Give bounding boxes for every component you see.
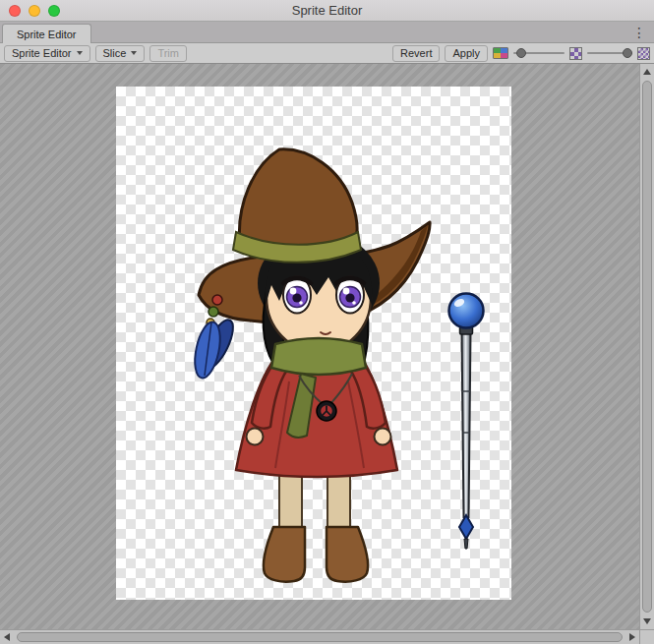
trim-button[interactable]: Trim (149, 45, 187, 62)
revert-button-label: Revert (400, 47, 432, 59)
scrollbar-corner (639, 629, 654, 644)
slice-dropdown-label: Slice (103, 47, 127, 59)
mip-high-icon (637, 47, 650, 60)
scroll-left-icon[interactable] (4, 633, 10, 641)
zoom-button[interactable] (48, 5, 60, 17)
vertical-scroll-thumb[interactable] (642, 81, 652, 613)
mip-slider-thumb[interactable] (623, 48, 632, 58)
chevron-down-icon (77, 51, 83, 55)
sprite-image (116, 87, 511, 600)
minimize-button[interactable] (29, 5, 40, 17)
apply-button-label: Apply (452, 47, 480, 59)
horizontal-scrollbar[interactable] (0, 629, 639, 644)
zoom-slider-thumb[interactable] (516, 48, 526, 58)
revert-button[interactable]: Revert (392, 45, 440, 62)
horizontal-scroll-thumb[interactable] (17, 632, 623, 642)
mip-low-icon (569, 47, 582, 60)
scroll-down-icon[interactable] (643, 618, 651, 624)
titlebar[interactable]: Sprite Editor (0, 0, 654, 22)
staff-sprite (449, 294, 484, 550)
apply-button[interactable]: Apply (445, 45, 488, 62)
kebab-menu-icon[interactable]: ⋮ (629, 24, 649, 41)
scroll-right-icon[interactable] (629, 633, 635, 641)
mip-slider[interactable] (587, 46, 632, 60)
character-sprite (191, 149, 430, 582)
sprite-area[interactable] (116, 87, 511, 600)
close-button[interactable] (9, 5, 21, 17)
sprite-editor-window: Sprite Editor Sprite Editor ⋮ Sprite Edi… (0, 0, 654, 644)
editor-canvas[interactable] (0, 64, 639, 629)
mode-dropdown[interactable]: Sprite Editor (4, 45, 90, 62)
tab-bar: Sprite Editor ⋮ (0, 22, 654, 43)
left-eye (283, 277, 311, 314)
chevron-down-icon (131, 51, 137, 55)
tab-sprite-editor[interactable]: Sprite Editor (2, 24, 91, 43)
rgb-alpha-icon[interactable] (493, 47, 508, 59)
window-title: Sprite Editor (0, 3, 654, 18)
vertical-scrollbar[interactable] (639, 64, 654, 629)
trim-button-label: Trim (157, 47, 179, 59)
zoom-slider[interactable] (513, 46, 565, 60)
mode-dropdown-label: Sprite Editor (12, 47, 72, 59)
tab-label: Sprite Editor (17, 29, 77, 40)
slice-dropdown[interactable]: Slice (95, 45, 146, 62)
toolbar: Sprite Editor Slice Trim Revert Apply (0, 43, 654, 64)
scroll-up-icon[interactable] (643, 69, 651, 75)
right-eye (336, 277, 364, 314)
traffic-lights (0, 5, 60, 17)
